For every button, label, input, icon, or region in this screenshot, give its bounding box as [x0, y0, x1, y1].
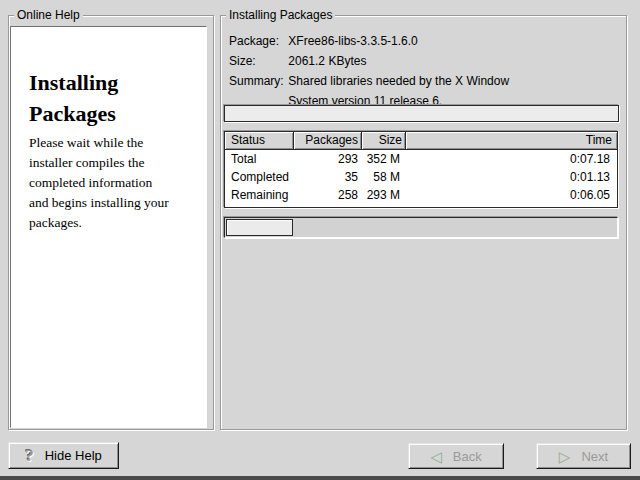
next-button[interactable]: ▷ Next [536, 443, 631, 469]
next-label: Next [581, 449, 608, 464]
table-row-completed: Completed 35 58 M 0:01.13 [225, 168, 617, 186]
table-row-total: Total 293 352 M 0:07.18 [225, 150, 617, 168]
size-value: 2061.2 KBytes [288, 54, 366, 68]
install-stats-table: Status Packages Size Time Total 293 352 … [224, 131, 618, 208]
hide-help-button[interactable]: ? Hide Help [8, 442, 119, 469]
screen-bottom-edge [0, 476, 640, 480]
package-label: Package: [229, 34, 285, 48]
back-arrow-icon: ◁ [430, 449, 442, 464]
cell-status: Total [225, 150, 294, 168]
column-header-size[interactable]: Size [362, 132, 406, 150]
help-content-panel: Installing Packages Please wait while th… [10, 26, 207, 428]
online-help-frame: Online Help Installing Packages Please w… [8, 15, 214, 430]
help-body-line: Please wait while the [29, 133, 169, 153]
back-button[interactable]: ◁ Back [408, 443, 504, 469]
installing-packages-frame-label: Installing Packages [226, 8, 335, 23]
cell-packages: 293 [294, 150, 362, 168]
help-body-line: and begins installing your [29, 193, 169, 213]
cell-packages: 35 [294, 168, 362, 186]
help-body-line: installer compiles the [29, 153, 169, 173]
summary-value-line: Shared libraries needed by the X Window [288, 74, 509, 88]
cell-size: 58 M [362, 168, 406, 186]
summary-label: Summary: [229, 74, 285, 88]
stats-table-header: Status Packages Size Time [225, 132, 617, 150]
size-info-row: Size: 2061.2 KBytes [229, 54, 366, 68]
package-info-row: Package: XFree86-libs-3.3.5-1.6.0 [229, 34, 418, 48]
column-header-packages[interactable]: Packages [294, 132, 362, 150]
total-progress-bar [224, 217, 618, 238]
hide-help-label: Hide Help [45, 448, 102, 463]
summary-info-row: Summary: Shared libraries needed by the … [229, 74, 509, 88]
cell-packages: 258 [294, 186, 362, 204]
cell-status: Completed [225, 168, 294, 186]
installer-screen: Online Help Installing Packages Please w… [0, 0, 640, 480]
question-mark-icon: ? [25, 446, 34, 466]
column-header-status[interactable]: Status [225, 132, 294, 150]
back-label: Back [453, 449, 482, 464]
cell-time: 0:01.13 [406, 168, 617, 186]
installing-packages-frame: Installing Packages Package: XFree86-lib… [220, 15, 627, 430]
cell-size: 352 M [362, 150, 406, 168]
help-title-line: Installing [29, 67, 118, 98]
cell-time: 0:07.18 [406, 150, 617, 168]
help-title: Installing Packages [29, 67, 118, 129]
total-progress-fill [226, 219, 293, 236]
column-header-time[interactable]: Time [406, 132, 617, 150]
help-body-text: Please wait while the installer compiles… [29, 133, 169, 233]
package-value: XFree86-libs-3.3.5-1.6.0 [288, 34, 417, 48]
online-help-frame-label: Online Help [14, 8, 83, 23]
package-progress-bar [224, 105, 619, 122]
cell-size: 293 M [362, 186, 406, 204]
help-title-line: Packages [29, 98, 118, 129]
table-row-remaining: Remaining 258 293 M 0:06.05 [225, 186, 617, 204]
help-body-line: packages. [29, 213, 169, 233]
help-body-line: completed information [29, 173, 169, 193]
cell-status: Remaining [225, 186, 294, 204]
size-label: Size: [229, 54, 285, 68]
cell-time: 0:06.05 [406, 186, 617, 204]
next-arrow-icon: ▷ [559, 449, 571, 464]
